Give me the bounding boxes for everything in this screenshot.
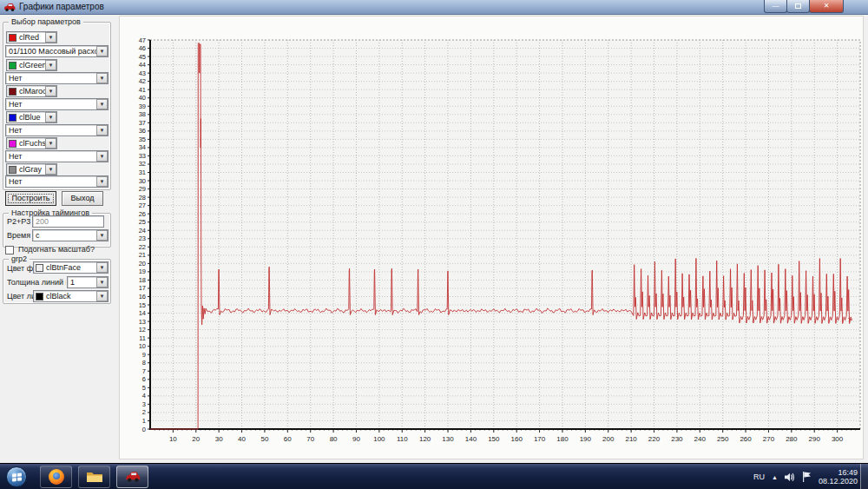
svg-text:19: 19 (139, 268, 146, 275)
clock[interactable]: 16:49 08.12.2020 (819, 468, 858, 486)
window-titlebar[interactable]: Графики параметров — ✕ (0, 0, 868, 15)
combo-value: Нет (6, 74, 96, 83)
chevron-down-icon[interactable]: ▼ (96, 151, 108, 162)
svg-text:13: 13 (139, 318, 146, 326)
chevron-down-icon[interactable]: ▼ (96, 73, 108, 83)
svg-text:250: 250 (717, 435, 729, 443)
svg-text:15: 15 (139, 301, 146, 309)
chevron-down-icon[interactable]: ▼ (96, 125, 108, 135)
taskbar-item-firefox[interactable] (40, 466, 72, 488)
svg-text:34: 34 (139, 143, 146, 151)
svg-text:110: 110 (397, 435, 408, 443)
svg-text:35: 35 (139, 135, 146, 143)
param-select[interactable]: Нет▼ (5, 150, 108, 162)
chevron-down-icon[interactable]: ▼ (96, 277, 108, 287)
svg-text:80: 80 (330, 435, 338, 443)
line-width-label: Толщина линий график (7, 278, 66, 287)
color-select[interactable]: clFuchsia▼ (6, 137, 57, 149)
minimize-button[interactable]: — (764, 0, 787, 13)
taskbar-item-graph-app[interactable] (116, 466, 148, 488)
chevron-down-icon[interactable]: ▼ (96, 99, 108, 109)
speaker-icon[interactable] (785, 472, 795, 482)
color-select[interactable]: clGreen▼ (6, 59, 57, 71)
svg-text:2: 2 (142, 408, 146, 416)
chevron-down-icon[interactable]: ▼ (45, 112, 56, 122)
svg-text:160: 160 (511, 435, 523, 443)
group-grp2-label: grp2 (9, 254, 30, 263)
svg-text:1: 1 (142, 417, 146, 425)
color-swatch (9, 114, 16, 122)
param-select[interactable]: Нет▼ (5, 98, 108, 110)
svg-text:47: 47 (139, 36, 146, 44)
build-button[interactable]: Построить (5, 191, 56, 206)
taskbar-item-explorer[interactable] (78, 466, 110, 488)
combo-value: clBlue (16, 113, 45, 122)
chevron-down-icon[interactable]: ▼ (45, 60, 56, 70)
taskbar: RU ▲ 16:49 08.12.2020 (0, 463, 868, 489)
chart-canvas: 0123456789101112131415161718192021222324… (120, 17, 865, 459)
param-select[interactable]: Нет▼ (5, 175, 108, 188)
fit-scale-checkbox[interactable] (5, 246, 14, 254)
color-select[interactable]: clMaroon▼ (6, 85, 57, 97)
chevron-down-icon[interactable]: ▼ (96, 262, 108, 273)
line-color-select[interactable]: clBlack ▼ (33, 290, 108, 302)
svg-text:140: 140 (465, 435, 477, 443)
svg-text:120: 120 (419, 435, 431, 443)
color-select[interactable]: clGray▼ (6, 163, 57, 175)
chevron-down-icon[interactable]: ▼ (96, 230, 108, 241)
svg-text:230: 230 (671, 435, 683, 443)
chevron-down-icon[interactable]: ▼ (96, 291, 108, 301)
combo-value: Нет (6, 126, 96, 135)
svg-text:12: 12 (139, 326, 146, 334)
line-width-select[interactable]: 1 ▼ (67, 276, 108, 288)
chart-panel: 0123456789101112131415161718192021222324… (119, 16, 864, 459)
chevron-down-icon[interactable]: ▼ (45, 138, 56, 149)
svg-text:100: 100 (373, 435, 385, 443)
combo-value: clFuchsia (16, 139, 45, 148)
combo-value: clRed (16, 33, 45, 42)
system-tray: RU ▲ 16:49 08.12.2020 (753, 464, 858, 489)
svg-text:11: 11 (139, 334, 146, 342)
hidden-icons-chevron-icon[interactable]: ▲ (772, 474, 778, 480)
combo-value: clGreen (16, 61, 45, 69)
combo-value: 01/1100 Массовый расход возд (6, 47, 96, 56)
show-desktop-button[interactable] (860, 464, 868, 489)
close-button[interactable]: ✕ (809, 0, 844, 13)
minimize-icon: — (773, 2, 779, 10)
chevron-down-icon[interactable]: ▼ (45, 86, 56, 96)
svg-text:36: 36 (139, 127, 146, 135)
svg-text:270: 270 (763, 435, 775, 443)
start-button[interactable] (6, 466, 27, 487)
chevron-down-icon[interactable]: ▼ (96, 176, 108, 187)
chevron-down-icon[interactable]: ▼ (45, 32, 56, 43)
chevron-down-icon[interactable]: ▼ (45, 164, 56, 175)
folder-icon (86, 470, 103, 484)
time-unit-select[interactable]: с ▼ (32, 229, 108, 241)
param-select[interactable]: 01/1100 Массовый расход возд▼ (5, 45, 108, 57)
chevron-down-icon[interactable]: ▼ (96, 46, 108, 56)
svg-text:24: 24 (139, 227, 146, 235)
maximize-button[interactable] (786, 0, 810, 13)
graph-app-car-icon (123, 471, 142, 483)
network-flag-icon[interactable] (802, 472, 812, 482)
svg-text:32: 32 (139, 160, 146, 168)
combo-value: Нет (6, 152, 96, 161)
svg-text:10: 10 (139, 342, 146, 350)
bg-color-select[interactable]: clBtnFace ▼ (33, 261, 108, 274)
param-select[interactable]: Нет▼ (5, 72, 108, 84)
svg-text:180: 180 (556, 435, 569, 443)
svg-text:210: 210 (625, 435, 637, 443)
p2p3-input[interactable] (32, 215, 104, 228)
color-select[interactable]: clBlue▼ (6, 111, 57, 123)
param-select[interactable]: Нет▼ (5, 124, 108, 136)
language-indicator[interactable]: RU (753, 472, 765, 481)
svg-text:5: 5 (142, 384, 146, 392)
svg-text:31: 31 (139, 169, 146, 176)
svg-text:38: 38 (139, 110, 146, 118)
group-parameter-select-label: Выбор параметров (9, 17, 83, 26)
svg-text:27: 27 (139, 202, 146, 209)
svg-text:39: 39 (139, 102, 146, 110)
color-select[interactable]: clRed▼ (6, 31, 57, 43)
window-title: Графики параметров (19, 2, 104, 11)
exit-button[interactable]: Выход (62, 191, 103, 206)
